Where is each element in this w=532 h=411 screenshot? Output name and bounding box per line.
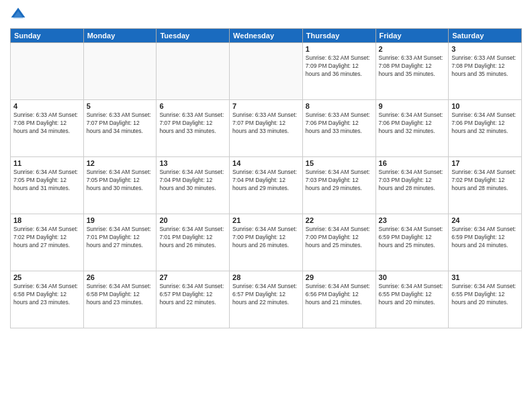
calendar-cell: 21Sunrise: 6:34 AM Sunset: 7:00 PM Dayli… (230, 214, 303, 271)
calendar-cell: 23Sunrise: 6:34 AM Sunset: 6:59 PM Dayli… (375, 214, 449, 271)
day-info: Sunrise: 6:34 AM Sunset: 6:59 PM Dayligh… (451, 226, 519, 250)
calendar-cell: 3Sunrise: 6:33 AM Sunset: 7:08 PM Daylig… (449, 43, 522, 100)
calendar-cell: 1Sunrise: 6:32 AM Sunset: 7:09 PM Daylig… (302, 43, 375, 100)
calendar-cell: 16Sunrise: 6:34 AM Sunset: 7:03 PM Dayli… (375, 157, 449, 214)
calendar-cell: 9Sunrise: 6:34 AM Sunset: 7:06 PM Daylig… (375, 100, 449, 157)
day-number: 16 (379, 159, 446, 167)
day-number: 1 (306, 45, 373, 53)
calendar-cell: 18Sunrise: 6:34 AM Sunset: 7:02 PM Dayli… (11, 214, 84, 271)
day-number: 18 (13, 216, 81, 224)
day-number: 8 (306, 102, 373, 110)
day-header-sunday: Sunday (11, 29, 84, 43)
day-number: 11 (13, 159, 81, 167)
day-info: Sunrise: 6:34 AM Sunset: 6:57 PM Dayligh… (232, 283, 300, 307)
day-number: 12 (87, 159, 154, 167)
day-number: 27 (159, 273, 226, 281)
week-row-2: 4Sunrise: 6:33 AM Sunset: 7:08 PM Daylig… (11, 100, 522, 157)
day-info: Sunrise: 6:34 AM Sunset: 6:58 PM Dayligh… (87, 283, 154, 307)
day-number: 10 (451, 102, 519, 110)
day-info: Sunrise: 6:33 AM Sunset: 7:08 PM Dayligh… (379, 54, 446, 79)
calendar-cell: 14Sunrise: 6:34 AM Sunset: 7:04 PM Dayli… (230, 157, 303, 214)
day-header-wednesday: Wednesday (230, 29, 303, 43)
calendar-cell: 22Sunrise: 6:34 AM Sunset: 7:00 PM Dayli… (302, 214, 375, 271)
day-info: Sunrise: 6:34 AM Sunset: 7:01 PM Dayligh… (159, 226, 226, 250)
calendar-cell: 8Sunrise: 6:33 AM Sunset: 7:06 PM Daylig… (302, 100, 375, 157)
day-info: Sunrise: 6:33 AM Sunset: 7:07 PM Dayligh… (232, 111, 300, 136)
week-row-4: 18Sunrise: 6:34 AM Sunset: 7:02 PM Dayli… (11, 214, 522, 271)
calendar-cell: 13Sunrise: 6:34 AM Sunset: 7:04 PM Dayli… (157, 157, 230, 214)
day-number: 29 (306, 273, 373, 281)
calendar-cell: 31Sunrise: 6:34 AM Sunset: 6:55 PM Dayli… (449, 271, 522, 328)
day-number: 21 (232, 216, 300, 224)
day-number: 14 (232, 159, 300, 167)
day-info: Sunrise: 6:34 AM Sunset: 6:56 PM Dayligh… (306, 283, 373, 307)
week-row-1: 1Sunrise: 6:32 AM Sunset: 7:09 PM Daylig… (11, 43, 522, 100)
day-number: 20 (159, 216, 226, 224)
day-number: 5 (87, 102, 154, 110)
day-info: Sunrise: 6:34 AM Sunset: 6:59 PM Dayligh… (379, 226, 446, 250)
day-info: Sunrise: 6:33 AM Sunset: 7:07 PM Dayligh… (87, 111, 154, 136)
day-info: Sunrise: 6:34 AM Sunset: 7:04 PM Dayligh… (159, 169, 226, 193)
day-number: 24 (451, 216, 519, 224)
calendar-cell: 27Sunrise: 6:34 AM Sunset: 6:57 PM Dayli… (157, 271, 230, 328)
calendar-cell: 26Sunrise: 6:34 AM Sunset: 6:58 PM Dayli… (83, 271, 157, 328)
calendar-cell: 12Sunrise: 6:34 AM Sunset: 7:05 PM Dayli… (83, 157, 157, 214)
calendar-body: 1Sunrise: 6:32 AM Sunset: 7:09 PM Daylig… (11, 43, 522, 328)
calendar-cell (83, 43, 157, 100)
day-number: 31 (451, 273, 519, 281)
day-number: 30 (379, 273, 446, 281)
page: SundayMondayTuesdayWednesdayThursdayFrid… (0, 0, 532, 411)
calendar-cell: 5Sunrise: 6:33 AM Sunset: 7:07 PM Daylig… (83, 100, 157, 157)
day-info: Sunrise: 6:34 AM Sunset: 6:55 PM Dayligh… (379, 283, 446, 307)
day-info: Sunrise: 6:33 AM Sunset: 7:08 PM Dayligh… (13, 111, 81, 136)
day-info: Sunrise: 6:34 AM Sunset: 7:03 PM Dayligh… (379, 169, 446, 193)
day-number: 3 (451, 45, 519, 53)
day-number: 15 (306, 159, 373, 167)
day-number: 28 (232, 273, 300, 281)
day-number: 26 (87, 273, 154, 281)
calendar-cell: 11Sunrise: 6:34 AM Sunset: 7:05 PM Dayli… (11, 157, 84, 214)
day-info: Sunrise: 6:33 AM Sunset: 7:06 PM Dayligh… (306, 111, 373, 136)
day-header-saturday: Saturday (449, 29, 522, 43)
day-info: Sunrise: 6:34 AM Sunset: 7:06 PM Dayligh… (451, 111, 519, 136)
day-info: Sunrise: 6:34 AM Sunset: 6:55 PM Dayligh… (451, 283, 519, 307)
day-number: 19 (87, 216, 154, 224)
day-info: Sunrise: 6:34 AM Sunset: 7:05 PM Dayligh… (13, 169, 81, 193)
day-info: Sunrise: 6:34 AM Sunset: 7:00 PM Dayligh… (306, 226, 373, 250)
calendar: SundayMondayTuesdayWednesdayThursdayFrid… (10, 28, 522, 328)
day-info: Sunrise: 6:34 AM Sunset: 7:06 PM Dayligh… (379, 111, 446, 136)
day-info: Sunrise: 6:34 AM Sunset: 7:01 PM Dayligh… (87, 226, 154, 250)
day-info: Sunrise: 6:34 AM Sunset: 6:58 PM Dayligh… (13, 283, 81, 307)
logo (10, 7, 29, 23)
calendar-cell: 25Sunrise: 6:34 AM Sunset: 6:58 PM Dayli… (11, 271, 84, 328)
calendar-cell (11, 43, 84, 100)
day-info: Sunrise: 6:33 AM Sunset: 7:07 PM Dayligh… (159, 111, 226, 136)
day-number: 17 (451, 159, 519, 167)
calendar-cell: 2Sunrise: 6:33 AM Sunset: 7:08 PM Daylig… (375, 43, 449, 100)
day-number: 7 (232, 102, 300, 110)
day-info: Sunrise: 6:34 AM Sunset: 7:03 PM Dayligh… (306, 169, 373, 193)
day-info: Sunrise: 6:34 AM Sunset: 7:02 PM Dayligh… (13, 226, 81, 250)
day-info: Sunrise: 6:34 AM Sunset: 7:02 PM Dayligh… (451, 169, 519, 193)
week-row-3: 11Sunrise: 6:34 AM Sunset: 7:05 PM Dayli… (11, 157, 522, 214)
calendar-cell: 15Sunrise: 6:34 AM Sunset: 7:03 PM Dayli… (302, 157, 375, 214)
calendar-cell: 29Sunrise: 6:34 AM Sunset: 6:56 PM Dayli… (302, 271, 375, 328)
calendar-cell: 17Sunrise: 6:34 AM Sunset: 7:02 PM Dayli… (449, 157, 522, 214)
calendar-cell: 10Sunrise: 6:34 AM Sunset: 7:06 PM Dayli… (449, 100, 522, 157)
day-info: Sunrise: 6:33 AM Sunset: 7:08 PM Dayligh… (451, 54, 519, 79)
day-number: 6 (159, 102, 226, 110)
calendar-cell: 20Sunrise: 6:34 AM Sunset: 7:01 PM Dayli… (157, 214, 230, 271)
day-header-monday: Monday (83, 29, 157, 43)
calendar-cell: 4Sunrise: 6:33 AM Sunset: 7:08 PM Daylig… (11, 100, 84, 157)
day-header-row: SundayMondayTuesdayWednesdayThursdayFrid… (11, 29, 522, 43)
day-number: 13 (159, 159, 226, 167)
calendar-cell (157, 43, 230, 100)
day-number: 2 (379, 45, 446, 53)
logo-icon (10, 7, 26, 23)
day-info: Sunrise: 6:34 AM Sunset: 7:05 PM Dayligh… (87, 169, 154, 193)
day-number: 22 (306, 216, 373, 224)
day-info: Sunrise: 6:34 AM Sunset: 7:04 PM Dayligh… (232, 169, 300, 193)
calendar-cell (230, 43, 303, 100)
day-number: 23 (379, 216, 446, 224)
calendar-cell: 28Sunrise: 6:34 AM Sunset: 6:57 PM Dayli… (230, 271, 303, 328)
